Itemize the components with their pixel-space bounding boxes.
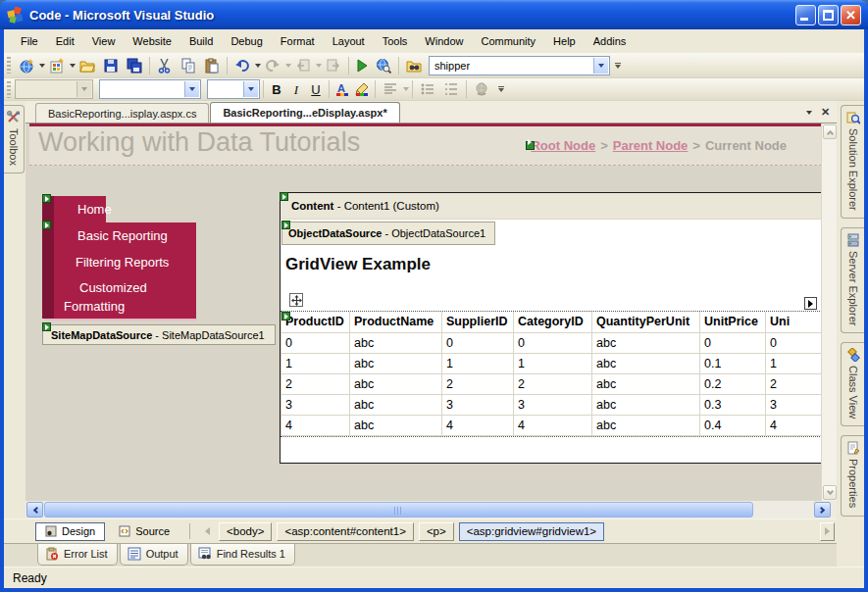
- tag-nav-content[interactable]: <asp:content#content1>: [277, 522, 413, 541]
- toolbar-options-button[interactable]: [612, 63, 623, 69]
- document-list-dropdown-button[interactable]: [806, 111, 812, 115]
- breadcrumb-parent-link[interactable]: Parent Node: [613, 138, 689, 153]
- horizontal-scrollbar[interactable]: [26, 501, 837, 518]
- nav-filtering-reports-label[interactable]: Filtering Reports: [54, 249, 196, 275]
- cut-button[interactable]: [153, 55, 177, 76]
- gridview-move-handle[interactable]: [289, 293, 303, 307]
- source-view-button[interactable]: Source: [110, 522, 179, 541]
- scroll-down-button[interactable]: [823, 485, 837, 500]
- smart-tag-glyph-icon[interactable]: [42, 194, 51, 203]
- view-in-browser-button[interactable]: [372, 55, 395, 76]
- smart-tag-glyph-icon[interactable]: [42, 322, 51, 331]
- nav-basic-reporting-label[interactable]: Basic Reporting: [54, 222, 196, 249]
- smart-tag-glyph-icon[interactable]: [526, 141, 535, 150]
- tag-nav-gridview[interactable]: <asp:gridview#gridview1>: [459, 522, 604, 541]
- nav-customized-formatting-label[interactable]: Customized Formatting: [54, 275, 196, 319]
- block-format-combo[interactable]: [15, 79, 93, 99]
- menu-item-edit[interactable]: Edit: [47, 32, 83, 50]
- tag-scroll-right-button[interactable]: [820, 522, 835, 541]
- menu-item-window[interactable]: Window: [416, 32, 472, 50]
- find-combo-dropdown[interactable]: [593, 58, 608, 74]
- menu-item-website[interactable]: Website: [124, 32, 180, 50]
- toolbar-grip[interactable]: [7, 57, 11, 74]
- find-results-tab[interactable]: Find Results 1: [190, 544, 295, 566]
- maximize-button[interactable]: [818, 5, 839, 25]
- close-button[interactable]: [841, 5, 861, 25]
- menu-item-layout[interactable]: Layout: [324, 32, 374, 50]
- underline-button[interactable]: U: [306, 78, 326, 100]
- toolbar-options-button[interactable]: [495, 86, 506, 92]
- smart-tag-glyph-icon[interactable]: [281, 221, 290, 229]
- class-view-tab[interactable]: Class View: [841, 342, 864, 426]
- font-size-combo[interactable]: [207, 79, 260, 99]
- nav-home-label[interactable]: Home: [54, 196, 106, 222]
- copy-button[interactable]: [177, 55, 200, 76]
- bold-button[interactable]: B: [267, 78, 286, 100]
- save-all-button[interactable]: [123, 55, 146, 76]
- tag-nav-body[interactable]: <body>: [219, 522, 272, 541]
- font-size-dropdown[interactable]: [243, 81, 258, 97]
- tag-scroll-left-button[interactable]: [205, 527, 210, 535]
- content-panel-header[interactable]: Content - Content1 (Custom): [281, 193, 821, 220]
- menu-item-build[interactable]: Build: [180, 32, 222, 50]
- italic-button[interactable]: I: [286, 78, 306, 100]
- smart-tag-glyph-icon[interactable]: [280, 192, 288, 201]
- highlight-button[interactable]: [352, 78, 372, 100]
- find-in-files-button[interactable]: [402, 55, 426, 76]
- smart-tag-glyph-icon[interactable]: [42, 221, 51, 229]
- font-name-dropdown[interactable]: [184, 81, 199, 97]
- find-combo-box[interactable]: shipper: [429, 56, 610, 75]
- start-debugging-button[interactable]: [352, 55, 372, 76]
- breadcrumb-root-link[interactable]: Root Node: [531, 138, 595, 153]
- add-new-item-button[interactable]: [45, 55, 69, 76]
- new-website-button[interactable]: [15, 55, 38, 76]
- server-explorer-tab[interactable]: Server Explorer: [841, 227, 864, 333]
- objectdatasource-control[interactable]: ObjectDataSource - ObjectDataSource1: [281, 222, 495, 245]
- gridview-smart-tag-button[interactable]: [804, 297, 817, 310]
- nav-menu-filtering-reports[interactable]: Filtering Reports: [42, 249, 196, 275]
- save-button[interactable]: [99, 55, 123, 76]
- document-tab-aspx-active[interactable]: BasicReporting...eDisplay.aspx*: [210, 102, 399, 123]
- menu-item-community[interactable]: Community: [472, 32, 544, 50]
- properties-tab[interactable]: Properties: [841, 435, 864, 516]
- toolbox-tab[interactable]: Toolbox: [4, 105, 25, 173]
- open-file-button[interactable]: [76, 55, 99, 76]
- font-name-combo[interactable]: [99, 79, 201, 99]
- menu-item-debug[interactable]: Debug: [222, 32, 271, 50]
- paste-button[interactable]: [200, 55, 224, 76]
- hyperlink-button[interactable]: [470, 78, 493, 100]
- font-color-button[interactable]: A: [332, 78, 352, 100]
- nav-menu-customized-formatting[interactable]: Customized Formatting: [42, 275, 196, 319]
- nav-menu-basic-reporting[interactable]: Basic Reporting: [42, 222, 196, 249]
- navigate-forward-button[interactable]: [322, 55, 345, 76]
- navigate-backward-button[interactable]: [291, 55, 315, 76]
- redo-button[interactable]: [261, 55, 284, 76]
- alignment-button[interactable]: [379, 78, 402, 100]
- content-placeholder-panel[interactable]: Content - Content1 (Custom) ObjectDataSo…: [280, 192, 822, 464]
- menu-item-view[interactable]: View: [83, 32, 125, 50]
- smart-tag-glyph-icon[interactable]: [281, 312, 290, 321]
- sitemapdatasource-control[interactable]: SiteMapDataSource - SiteMapDataSource1: [42, 324, 276, 345]
- tag-nav-p[interactable]: <p>: [419, 522, 454, 541]
- menu-item-file[interactable]: File: [12, 32, 47, 50]
- scroll-right-button[interactable]: [814, 502, 831, 518]
- document-tab-codebehind[interactable]: BasicReporting...isplay.aspx.cs: [35, 103, 209, 123]
- alignment-dropdown-arrow[interactable]: [403, 87, 409, 91]
- toolbar-grip[interactable]: [7, 81, 11, 98]
- block-format-dropdown[interactable]: [77, 81, 91, 97]
- undo-button[interactable]: [230, 55, 254, 76]
- solution-explorer-tab[interactable]: Solution Explorer: [841, 105, 864, 219]
- vertical-scrollbar[interactable]: [821, 123, 837, 501]
- output-tab[interactable]: Output: [120, 544, 188, 566]
- close-document-button[interactable]: [820, 107, 831, 118]
- numbered-list-button[interactable]: [439, 78, 463, 100]
- menu-item-help[interactable]: Help: [544, 32, 585, 50]
- scroll-left-button[interactable]: [26, 502, 43, 518]
- nav-menu-home[interactable]: Home: [42, 196, 106, 222]
- horizontal-scrollbar-thumb[interactable]: [44, 502, 753, 518]
- menu-item-format[interactable]: Format: [272, 32, 324, 50]
- menu-item-addins[interactable]: Addins: [585, 32, 636, 50]
- design-surface[interactable]: Working with Data Tutorials Root Node > …: [26, 123, 837, 501]
- error-list-tab[interactable]: Error List: [37, 544, 118, 566]
- menu-item-tools[interactable]: Tools: [374, 32, 417, 50]
